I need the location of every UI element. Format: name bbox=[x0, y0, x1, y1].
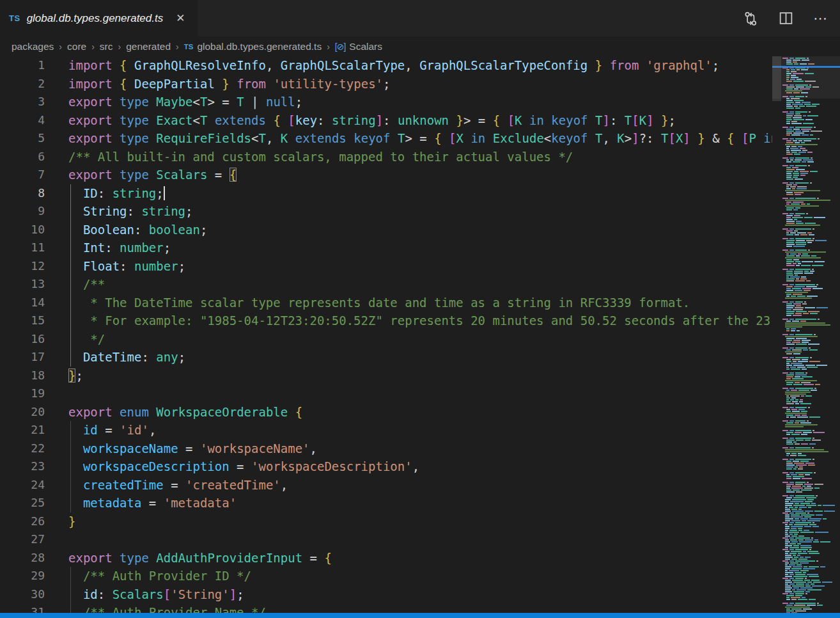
code-line[interactable]: 8 ID: string; bbox=[0, 184, 772, 203]
indent-guide bbox=[70, 603, 71, 613]
minimap-token bbox=[786, 466, 793, 468]
code-line[interactable]: 4export type Exact<T extends { [key: str… bbox=[0, 111, 772, 130]
code-token: Exact bbox=[156, 113, 192, 127]
code-token: ?: bbox=[639, 131, 661, 145]
minimap-line bbox=[782, 321, 840, 322]
code-line[interactable]: 30 id: Scalars['String']; bbox=[0, 585, 772, 604]
code-line[interactable]: 25 metadata = 'metadata' bbox=[0, 494, 772, 512]
minimap-token bbox=[801, 489, 812, 491]
minimap-line bbox=[782, 167, 840, 168]
minimap-token bbox=[789, 512, 794, 514]
breadcrumb-item-core[interactable]: core bbox=[67, 41, 86, 52]
split-editor-icon[interactable] bbox=[778, 10, 794, 26]
code-line[interactable]: 26} bbox=[0, 512, 772, 531]
minimap-token bbox=[785, 587, 792, 589]
minimap-token bbox=[786, 209, 792, 210]
tab-global-db-types[interactable]: TS global.db.types.generated.ts ✕ bbox=[0, 0, 198, 36]
minimap-token bbox=[791, 528, 797, 529]
minimap-token bbox=[782, 447, 788, 448]
minimap-token bbox=[800, 532, 814, 533]
minimap-token bbox=[786, 234, 793, 235]
code-editor[interactable]: 1import { GraphQLResolveInfo, GraphQLSca… bbox=[0, 56, 772, 613]
code-token: keyof bbox=[354, 131, 390, 145]
minimap-line bbox=[782, 606, 840, 608]
breadcrumb-item-global-db-types-generated-ts[interactable]: TSglobal.db.types.generated.ts bbox=[184, 41, 322, 52]
code-line[interactable]: 16 */ bbox=[0, 330, 772, 349]
minimap-token bbox=[789, 269, 794, 270]
minimap-token bbox=[801, 411, 807, 412]
minimap-line bbox=[782, 138, 840, 139]
minimap-viewport[interactable] bbox=[772, 56, 840, 99]
code-line[interactable]: 2import { DeepPartial } from 'utility-ty… bbox=[0, 75, 772, 93]
code-line[interactable]: 13 /** bbox=[0, 275, 772, 294]
code-line[interactable]: 3export type Maybe<T> = T | null; bbox=[0, 93, 772, 111]
code-line[interactable]: 9 String: string; bbox=[0, 202, 772, 221]
code-line[interactable]: 24 createdTime = 'createdTime', bbox=[0, 476, 772, 495]
tab-close-icon[interactable]: ✕ bbox=[173, 10, 187, 26]
line-number: 12 bbox=[0, 257, 45, 276]
code-line[interactable]: 31 /** Auth Provider Name */ bbox=[0, 603, 772, 613]
minimap-token bbox=[789, 284, 794, 285]
code-line[interactable]: 20export enum WorkspaceOrderable { bbox=[0, 403, 772, 422]
code-token bbox=[266, 113, 273, 127]
code-token: ] bbox=[683, 131, 690, 145]
code-line[interactable]: 27 bbox=[0, 530, 772, 549]
code-line[interactable]: 5export type RequireFields<T, K extends … bbox=[0, 129, 772, 148]
line-number: 31 bbox=[0, 603, 45, 613]
minimap-token bbox=[793, 315, 802, 316]
code-token: Exclude bbox=[493, 131, 544, 145]
breadcrumb-item-generated[interactable]: generated bbox=[126, 41, 171, 52]
code-line[interactable]: 29 /** Auth Provider ID */ bbox=[0, 567, 772, 585]
minimap-line bbox=[782, 288, 840, 289]
code-line[interactable]: 7export type Scalars = { bbox=[0, 166, 772, 184]
minimap-token bbox=[785, 566, 791, 567]
code-line[interactable]: 10 Boolean: boolean; bbox=[0, 221, 772, 239]
code-line[interactable]: 12 Float: number; bbox=[0, 257, 772, 276]
breadcrumb-item-src[interactable]: src bbox=[100, 41, 113, 52]
code-line[interactable]: 22 workspaceName = 'workspaceName', bbox=[0, 440, 772, 458]
minimap-token bbox=[782, 549, 788, 550]
open-changes-icon[interactable] bbox=[742, 10, 759, 27]
code-line[interactable]: 6/** All built-in and custom scalars, ma… bbox=[0, 148, 772, 166]
minimap-blank-line bbox=[782, 267, 840, 268]
minimap-token bbox=[789, 182, 794, 184]
line-content: Int: number; bbox=[45, 239, 772, 257]
minimap-token bbox=[793, 365, 804, 366]
code-line[interactable]: 1import { GraphQLResolveInfo, GraphQLSca… bbox=[0, 56, 772, 75]
minimap-token bbox=[798, 599, 807, 600]
minimap-token bbox=[795, 399, 798, 400]
code-line[interactable]: 21 id = 'id', bbox=[0, 421, 772, 440]
line-number: 26 bbox=[0, 512, 45, 531]
code-token: ID bbox=[83, 186, 98, 200]
minimap-token bbox=[786, 361, 791, 362]
code-line[interactable]: 19 bbox=[0, 384, 772, 403]
minimap-line bbox=[782, 393, 840, 395]
minimap-token bbox=[791, 474, 797, 475]
code-line[interactable]: 23 workspaceDescription = 'workspaceDesc… bbox=[0, 457, 772, 476]
code-token: : bbox=[120, 259, 134, 273]
more-actions-icon[interactable]: ⋯ bbox=[813, 0, 828, 36]
vertical-scrollbar[interactable] bbox=[772, 56, 781, 101]
code-line[interactable]: 14 * The DateTime scalar type represents… bbox=[0, 294, 772, 312]
code-line[interactable]: 11 Int: number; bbox=[0, 239, 772, 257]
code-token bbox=[690, 131, 697, 145]
minimap-token bbox=[796, 311, 807, 312]
minimap-token bbox=[786, 342, 791, 343]
breadcrumb-item-packages[interactable]: packages bbox=[12, 41, 54, 52]
code-line[interactable]: 18}; bbox=[0, 367, 772, 385]
minimap-token bbox=[786, 255, 795, 257]
minimap-token bbox=[807, 152, 813, 153]
minimap-token bbox=[782, 228, 788, 230]
minimap-token bbox=[795, 102, 800, 103]
minimap-token bbox=[806, 106, 816, 107]
minimap-line bbox=[782, 123, 840, 124]
minimap-line bbox=[782, 274, 840, 276]
code-line[interactable]: 15 * For example: "1985-04-12T23:20:50.5… bbox=[0, 312, 772, 330]
minimap-token bbox=[782, 388, 788, 389]
minimap-token bbox=[789, 238, 794, 239]
breadcrumb-item-scalars[interactable]: [⊘]Scalars bbox=[335, 41, 382, 52]
minimap[interactable] bbox=[772, 56, 840, 613]
code-line[interactable]: 28export type AddAuthProviderInput = { bbox=[0, 549, 772, 567]
minimap-token bbox=[795, 459, 811, 460]
code-line[interactable]: 17 DateTime: any; bbox=[0, 348, 772, 367]
